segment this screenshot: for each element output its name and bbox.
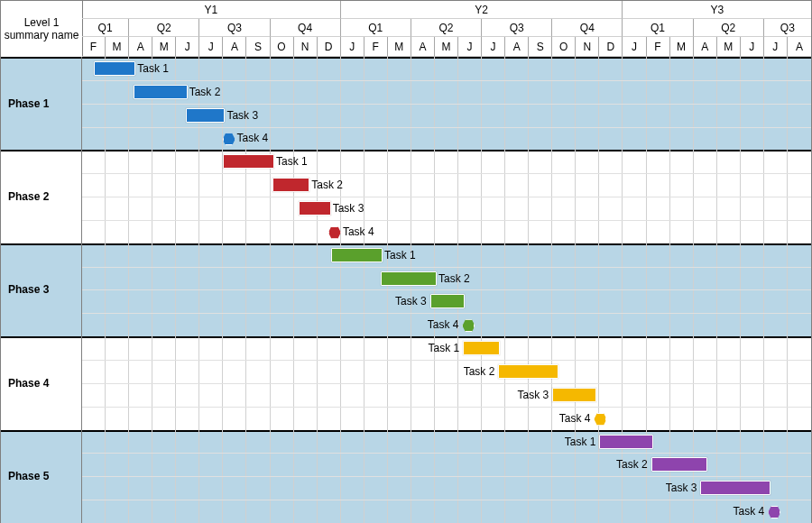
task-row: Task 2 bbox=[82, 453, 811, 476]
task-row: Task 3 bbox=[82, 104, 811, 127]
month-cell: A bbox=[788, 37, 811, 57]
month-cell: F bbox=[82, 37, 106, 57]
task-bar bbox=[223, 154, 274, 169]
task-label: Task 4 bbox=[559, 412, 591, 425]
task-label: Task 4 bbox=[734, 505, 765, 518]
phase-label: Phase 1 bbox=[1, 57, 82, 150]
month-cell: F bbox=[364, 37, 388, 57]
task-bar bbox=[651, 457, 707, 472]
quarter-cell: Q1 bbox=[623, 19, 693, 37]
quarter-cell: Q2 bbox=[411, 19, 482, 37]
year-cell: Y3 bbox=[623, 1, 811, 19]
month-cell: M bbox=[717, 37, 741, 57]
milestone-icon bbox=[328, 226, 341, 239]
month-cell: N bbox=[294, 37, 318, 57]
task-row: Task 1 bbox=[82, 150, 811, 173]
month-cell: M bbox=[388, 37, 411, 57]
phase-strip: Task 1Task 2Task 3Task 4 bbox=[82, 57, 811, 150]
task-row: Task 1 bbox=[82, 57, 811, 80]
phase-label: Phase 2 bbox=[1, 150, 82, 243]
phase-row: Phase 2Task 1Task 2Task 3Task 4 bbox=[1, 150, 811, 243]
task-label: Task 2 bbox=[189, 86, 221, 98]
task-label: Task 1 bbox=[384, 249, 416, 262]
task-label: Task 2 bbox=[616, 458, 648, 471]
task-label: Task 1 bbox=[137, 62, 169, 75]
quarter-cell: Q4 bbox=[552, 19, 623, 37]
month-cell: A bbox=[411, 37, 435, 57]
task-bar bbox=[272, 178, 309, 192]
milestone-icon bbox=[768, 506, 780, 518]
task-label: Task 4 bbox=[237, 132, 269, 144]
quarter-cell: Q1 bbox=[341, 19, 411, 37]
task-row: Task 4 bbox=[82, 407, 811, 430]
milestone-icon bbox=[223, 133, 235, 145]
task-row: Task 1 bbox=[82, 430, 811, 454]
task-row: Task 2 bbox=[82, 267, 811, 290]
milestone-icon bbox=[594, 413, 606, 426]
phase-row: Phase 5Task 1Task 2Task 3Task 4 bbox=[1, 430, 811, 523]
quarter-cell: Q1 bbox=[82, 19, 129, 37]
gantt-chart: Level 1 summary name Y1Y2Y3 Q1Q2Q3Q4Q1Q2… bbox=[0, 0, 812, 523]
phase-label: Phase 5 bbox=[1, 430, 82, 523]
task-bar bbox=[463, 341, 500, 355]
quarter-cell: Q3 bbox=[199, 19, 270, 37]
task-bar bbox=[299, 201, 331, 216]
task-label: Task 3 bbox=[226, 109, 258, 122]
month-cell: A bbox=[694, 37, 717, 57]
quarter-cell: Q3 bbox=[764, 19, 811, 37]
task-bar bbox=[599, 435, 652, 449]
chart-body: Phase 1Task 1Task 2Task 3Task 4Phase 2Ta… bbox=[1, 57, 811, 522]
task-row: Task 3 bbox=[82, 476, 811, 500]
task-label: Task 3 bbox=[666, 482, 697, 494]
phase-strip: Task 1Task 2Task 3Task 4 bbox=[82, 336, 811, 429]
month-cell: A bbox=[505, 37, 529, 57]
month-cell: N bbox=[576, 37, 599, 57]
phase-strip: Task 1Task 2Task 3Task 4 bbox=[82, 243, 811, 336]
month-cell: J bbox=[199, 37, 223, 57]
task-row: Task 2 bbox=[82, 173, 811, 197]
task-label: Task 3 bbox=[395, 295, 427, 307]
task-bar bbox=[134, 85, 187, 99]
month-cell: M bbox=[435, 37, 458, 57]
task-label: Task 2 bbox=[438, 272, 470, 285]
task-label: Task 1 bbox=[429, 342, 460, 354]
month-cell: M bbox=[106, 37, 129, 57]
task-row: Task 4 bbox=[82, 127, 811, 151]
phase-row: Phase 1Task 1Task 2Task 3Task 4 bbox=[1, 57, 811, 150]
header-years: Y1Y2Y3 bbox=[82, 1, 811, 19]
phase-strip: Task 1Task 2Task 3Task 4 bbox=[82, 430, 811, 523]
month-cell: O bbox=[552, 37, 576, 57]
month-cell: J bbox=[623, 37, 646, 57]
phase-label: Phase 3 bbox=[1, 243, 82, 336]
month-cell: J bbox=[341, 37, 364, 57]
month-cell: A bbox=[223, 37, 246, 57]
task-row: Task 3 bbox=[82, 197, 811, 220]
month-cell: D bbox=[318, 37, 341, 57]
task-bar bbox=[94, 61, 135, 76]
month-cell: D bbox=[599, 37, 623, 57]
quarter-cell: Q4 bbox=[271, 19, 341, 37]
month-cell: M bbox=[152, 37, 176, 57]
header-corner: Level 1 summary name bbox=[1, 1, 83, 58]
phase-strip: Task 1Task 2Task 3Task 4 bbox=[82, 150, 811, 243]
task-row: Task 3 bbox=[82, 383, 811, 407]
quarter-cell: Q3 bbox=[482, 19, 552, 37]
month-cell: S bbox=[529, 37, 552, 57]
month-cell: O bbox=[271, 37, 294, 57]
task-bar bbox=[700, 481, 770, 495]
milestone-icon bbox=[462, 319, 475, 332]
task-label: Task 3 bbox=[333, 202, 364, 215]
task-bar bbox=[381, 271, 437, 286]
month-cell: F bbox=[647, 37, 670, 57]
task-label: Task 1 bbox=[565, 436, 596, 448]
year-cell: Y1 bbox=[82, 1, 341, 19]
header-months: FMAMJJASONDJFMAMJJASONDJFMAMJJA bbox=[82, 37, 811, 57]
month-cell: J bbox=[764, 37, 788, 57]
task-row: Task 3 bbox=[82, 289, 811, 313]
task-label: Task 4 bbox=[428, 318, 459, 331]
quarter-cell: Q2 bbox=[694, 19, 764, 37]
month-cell: S bbox=[246, 37, 270, 57]
task-row: Task 1 bbox=[82, 336, 811, 360]
task-bar bbox=[331, 248, 383, 262]
task-row: Task 4 bbox=[82, 500, 811, 523]
